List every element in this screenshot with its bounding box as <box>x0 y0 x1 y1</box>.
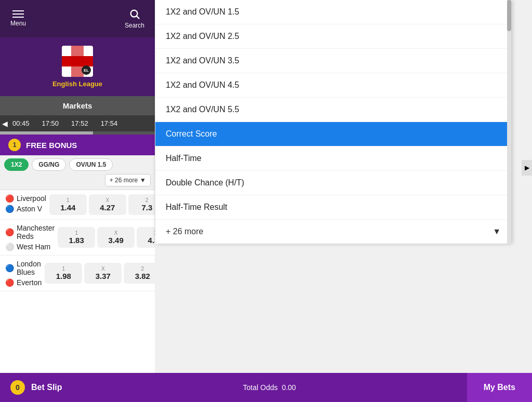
dropdown-item-1[interactable]: 1X2 and OV/UN 2.5 <box>155 24 511 49</box>
time-tab-3[interactable]: 17:54 <box>95 115 124 131</box>
dropdown-item-5[interactable]: Correct Score <box>155 122 511 146</box>
odds-cell-1-0[interactable]: 11.83 <box>58 227 95 248</box>
bet-slip-count: 0 <box>10 380 25 395</box>
odds-label-0-0: 1 <box>66 197 70 203</box>
bet-slip-label[interactable]: Bet Slip <box>31 383 62 392</box>
sidebar-header: Menu Search <box>0 0 155 37</box>
dropdown-item-3[interactable]: 1X2 and OV/UN 4.5 <box>155 73 511 98</box>
dropdown-more-arrow: ▼ <box>493 227 501 236</box>
menu-label: Menu <box>10 20 26 27</box>
match-teams-2: 🔵London Blues🔴Everton <box>5 260 42 287</box>
away-team-icon: 🔵 <box>5 205 14 213</box>
odds-label-0-1: X <box>105 197 109 203</box>
filter-gg-ng[interactable]: GG/NG <box>32 158 66 171</box>
total-odds: Total Odds 0.00 <box>73 383 467 392</box>
my-bets-button[interactable]: My Bets <box>467 373 532 402</box>
odds-cell-2-0[interactable]: 11.98 <box>45 263 82 284</box>
team-row-0-1: 🔵Aston V <box>5 205 46 213</box>
match-row-2: 🔵London Blues🔴Everton11.98X3.3723.82 <box>0 256 155 291</box>
odds-value-2-1: 3.37 <box>96 272 111 280</box>
svg-point-0 <box>131 10 138 17</box>
odds-cell-0-2[interactable]: 27.3 <box>128 194 155 215</box>
odds-label-0-2: 2 <box>145 197 149 203</box>
dropdown-item-4[interactable]: 1X2 and OV/UN 5.5 <box>155 98 511 122</box>
league-banner: EL English League <box>0 37 155 96</box>
team-row-1-1: ⚪West Ham <box>5 243 55 251</box>
odds-value-2-2: 3.82 <box>135 272 150 280</box>
odds-cell-2-2[interactable]: 23.82 <box>124 263 155 284</box>
filter-ovun[interactable]: OV/UN 1.5 <box>69 158 113 171</box>
scrollbar-track[interactable] <box>507 0 511 244</box>
odds-value-0-2: 7.3 <box>141 203 152 212</box>
away-team-icon: 🔴 <box>5 278 14 287</box>
home-team-icon: 🔴 <box>5 228 14 236</box>
dropdown-item-7[interactable]: Double Chance (H/T) <box>155 171 511 195</box>
more-label: + 26 more <box>110 177 138 184</box>
dropdown-more-button[interactable]: + 26 more▼ <box>155 220 511 244</box>
scroll-indicator <box>0 131 155 135</box>
search-label: Search <box>125 22 144 29</box>
odds-value-1-0: 1.83 <box>69 236 84 245</box>
away-team-name: Everton <box>17 278 42 287</box>
total-odds-label: Total Odds <box>243 383 278 392</box>
away-team-name: Aston V <box>17 205 42 213</box>
time-tab-2[interactable]: 17:52 <box>65 115 95 131</box>
odds-value-2-0: 1.98 <box>56 272 71 280</box>
search-button[interactable]: Search <box>125 8 144 29</box>
odds-label-1-1: X <box>114 230 118 236</box>
free-bonus-bar: 1 FREE BONUS <box>0 135 155 155</box>
search-icon <box>129 8 140 20</box>
home-team-name: London Blues <box>17 260 42 276</box>
odds-group-1: 11.83X3.4924.32 <box>58 224 155 251</box>
match-teams-1: 🔴Manchester Reds⚪West Ham <box>5 224 55 251</box>
odds-group-0: 11.44X4.2727.3 <box>49 194 155 215</box>
bottom-bar: 0 Bet Slip Total Odds 0.00 My Bets <box>0 373 532 402</box>
dropdown-item-6[interactable]: Half-Time <box>155 146 511 171</box>
time-tabs: ◀ 00:45 17:50 17:52 17:54 <box>0 115 155 131</box>
match-row-0: 🔴Liverpool🔵Aston V11.44X4.2727.3 <box>0 190 155 220</box>
dropdown-arrow-icon: ▼ <box>140 177 146 184</box>
odds-cell-2-1[interactable]: X3.37 <box>84 263 122 284</box>
more-markets-button[interactable]: + 26 more ▼ <box>105 174 151 186</box>
filter-bar: 1X2 GG/NG OV/UN 1.5 + 26 more ▼ <box>0 155 155 190</box>
bet-slip-section: 0 Bet Slip <box>0 380 73 395</box>
odds-cell-0-0[interactable]: 11.44 <box>49 194 87 215</box>
markets-label: Markets <box>63 101 92 110</box>
odds-cell-0-1[interactable]: X4.27 <box>89 194 126 215</box>
time-tab-1[interactable]: 17:50 <box>36 115 65 131</box>
dropdown-panel: 1X2 and OV/UN 1.51X2 and OV/UN 2.51X2 an… <box>155 0 511 244</box>
home-team-icon: 🔵 <box>5 264 14 272</box>
scroll-thumb <box>0 131 93 135</box>
odds-value-1-1: 3.49 <box>109 236 124 245</box>
team-row-1-0: 🔴Manchester Reds <box>5 224 55 240</box>
odds-label-2-0: 1 <box>62 266 65 272</box>
odds-label-2-2: 2 <box>141 266 144 272</box>
odds-cell-1-1[interactable]: X3.49 <box>97 227 135 248</box>
home-team-name: Manchester Reds <box>17 224 55 240</box>
matches-list: 🔴Liverpool🔵Aston V11.44X4.2727.3🔴Manches… <box>0 190 155 402</box>
menu-button[interactable]: Menu <box>10 10 26 27</box>
home-team-name: Liverpool <box>17 194 46 203</box>
sidebar: Menu Search EL English League Markets ◀ … <box>0 0 155 402</box>
home-team-icon: 🔴 <box>5 194 14 203</box>
bonus-badge: 1 <box>8 139 21 151</box>
away-team-name: West Ham <box>17 243 50 251</box>
dropdown-item-8[interactable]: Half-Time Result <box>155 195 511 220</box>
dropdown-more-label: + 26 more <box>166 227 203 236</box>
total-odds-value: 0.00 <box>282 383 296 392</box>
odds-value-0-1: 4.27 <box>100 203 115 212</box>
free-bonus-text: FREE BONUS <box>26 141 77 150</box>
odds-cell-1-2[interactable]: 24.32 <box>137 227 155 248</box>
match-row-1: 🔴Manchester Reds⚪West Ham11.83X3.4924.32 <box>0 220 155 256</box>
odds-value-1-2: 4.32 <box>148 236 155 245</box>
scroll-left-arrow[interactable]: ◀ <box>0 117 10 130</box>
team-row-0-0: 🔴Liverpool <box>5 194 46 203</box>
scroll-right-arrow[interactable]: ▶ <box>522 160 532 176</box>
odds-label-1-0: 1 <box>75 230 78 236</box>
dropdown-item-0[interactable]: 1X2 and OV/UN 1.5 <box>155 0 511 24</box>
dropdown-item-2[interactable]: 1X2 and OV/UN 3.5 <box>155 49 511 73</box>
filter-1x2[interactable]: 1X2 <box>4 158 29 171</box>
markets-bar[interactable]: Markets <box>0 96 155 115</box>
match-teams-0: 🔴Liverpool🔵Aston V <box>5 194 46 215</box>
scrollbar-thumb <box>507 0 511 31</box>
